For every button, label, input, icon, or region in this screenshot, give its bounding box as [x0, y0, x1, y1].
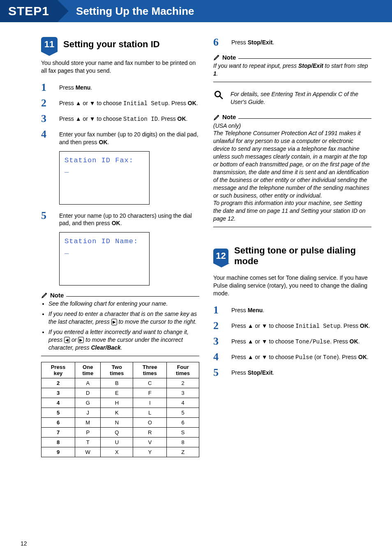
table-cell: F [133, 388, 167, 398]
t: Tone/Pulse [295, 339, 330, 345]
step-12-2: 2 Press ▲ or ▼ to choose Initial Setup. … [213, 320, 371, 331]
table-row: 5JKL5 [42, 408, 199, 417]
t: Stop/Exit [298, 62, 323, 69]
t: 1 [213, 70, 217, 77]
note-label: Note [213, 113, 238, 121]
table-cell: I [133, 398, 167, 408]
step-body: Press ▲ or ▼ to choose Pulse (or Tone). … [231, 352, 369, 362]
table-cell: B [101, 378, 133, 388]
t: . [358, 338, 360, 345]
table-cell: 8 [42, 437, 75, 447]
t: Press [231, 369, 248, 376]
t: To program this information into your ma… [213, 199, 371, 223]
t: to start from step [323, 62, 368, 69]
step-number: 5 [41, 210, 53, 228]
t: . [186, 115, 188, 122]
step-number: 1 [41, 82, 53, 93]
table-row: 2ABC2 [42, 378, 199, 388]
step-12-5: 5 Press Stop/Exit. [213, 367, 371, 378]
table-cell: N [101, 417, 133, 427]
table-cell: T [75, 437, 101, 447]
table-cell: Y [133, 447, 167, 457]
t: Note [222, 113, 236, 120]
step-body: Press Menu. [231, 305, 264, 315]
banner-title: Setting Up the Machine [69, 5, 194, 18]
right-key-icon: ▶ [78, 337, 84, 343]
left-key-icon: ◀ [64, 337, 70, 343]
table-header: Fourtimes [167, 362, 199, 378]
t: . [367, 354, 369, 360]
step-number: 6 [213, 37, 226, 48]
t: Press ▲ or ▼ to choose [231, 354, 295, 360]
note-box-2: Note If you want to repeat input, press … [213, 53, 371, 82]
arrow-icon [58, 0, 69, 22]
step-3: 3 Press ▲ or ▼ to choose Station ID. Pre… [41, 113, 199, 124]
section-badge-11: 11 [41, 37, 58, 52]
reference-text: For details, see Entering Text in Append… [231, 90, 371, 106]
table-cell: U [101, 437, 133, 447]
t: OK [360, 322, 369, 329]
note-content: (USA only) The Telephone Consumer Protec… [213, 122, 371, 223]
t: . [120, 220, 122, 226]
t: Clear/Back [91, 344, 121, 351]
t: (or [313, 354, 323, 360]
table-cell: Q [101, 427, 133, 437]
step-6: 6 Press Stop/Exit. [213, 37, 371, 48]
reference-box: For details, see Entering Text in Append… [213, 90, 371, 106]
step-12-1: 1 Press Menu. [213, 305, 371, 315]
lcd-screen-fax: Station ID Fax: _ [59, 151, 150, 205]
table-header: Presskey [42, 362, 75, 378]
table-cell: 4 [42, 398, 75, 408]
table-cell: 5 [167, 408, 199, 417]
table-cell: 6 [167, 417, 199, 427]
t: Tone [323, 354, 337, 361]
step-label: STEP1 [0, 0, 58, 22]
table-cell: 6 [42, 417, 75, 427]
table-cell: 3 [42, 388, 75, 398]
table-cell: K [101, 408, 133, 417]
table-cell: S [167, 427, 199, 437]
t: Initial Setup [295, 323, 340, 329]
lcd-screen-name: Station ID Name: _ [59, 232, 150, 286]
t: Note [50, 292, 64, 299]
note-label: Note [41, 291, 66, 299]
t: . [263, 307, 264, 313]
t: OK [358, 354, 367, 360]
t: . [121, 344, 122, 351]
t: Enter your fax number (up to 20 digits) … [59, 131, 198, 145]
step-number: 2 [41, 98, 53, 108]
t: Press [231, 307, 248, 313]
table-cell: 4 [167, 398, 199, 408]
t: to move the cursor to the right. [117, 318, 197, 325]
t: Menu [248, 307, 263, 313]
key-entry-table: PresskeyOnetimeTwotimesThreetimesFourtim… [41, 362, 199, 457]
step-12-4: 4 Press ▲ or ▼ to choose Pulse (or Tone)… [213, 352, 371, 362]
page-banner: STEP1 Setting Up the Machine [0, 0, 392, 22]
step-number: 2 [213, 320, 226, 331]
table-cell: 5 [42, 408, 75, 417]
step-number: 3 [213, 336, 226, 347]
t: OK [99, 139, 108, 145]
step-2: 2 Press ▲ or ▼ to choose Initial Setup. … [41, 98, 199, 108]
table-row: 8TUV8 [42, 437, 199, 447]
section-12-head: 12 Setting tone or pulse dialing mode [213, 245, 371, 267]
t: Press ▲ or ▼ to choose [59, 100, 123, 106]
section-badge-12: 12 [213, 249, 228, 263]
t: OK [178, 115, 186, 122]
t: . Press [330, 338, 349, 345]
table-cell: E [101, 388, 133, 398]
svg-point-0 [215, 91, 220, 97]
step-number: 4 [41, 129, 53, 146]
table-cell: 3 [167, 388, 199, 398]
table-header: Onetime [75, 362, 101, 378]
note-bullet: If you need to enter a character that is… [48, 310, 199, 326]
table-cell: X [101, 447, 133, 457]
table-cell: 7 [42, 427, 75, 437]
section-12-intro: Your machine comes set for Tone dialing … [213, 274, 371, 297]
note-content: See the following chart for entering you… [41, 300, 199, 351]
table-cell: J [75, 408, 101, 417]
left-column: 11 Setting your station ID You should st… [41, 37, 199, 457]
t: Press [59, 84, 76, 91]
t: . Press [158, 115, 177, 122]
step-body: Press Menu. [59, 82, 92, 93]
